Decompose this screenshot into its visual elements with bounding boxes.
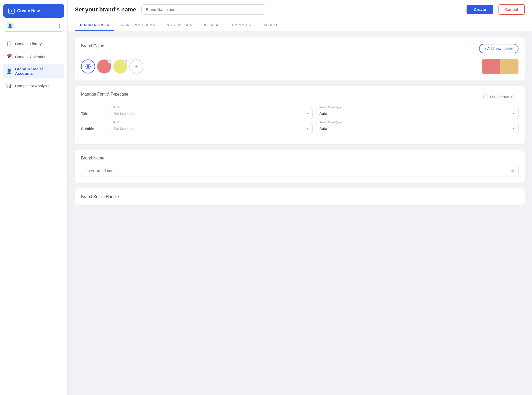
user-selector[interactable]: 👤 ▲▼ — [3, 20, 64, 32]
main-content: Set your brand's name Create Cancel BRAN… — [68, 0, 532, 395]
subtitle-case-select[interactable]: Auto — [316, 123, 518, 134]
font-typecase-title: Manage Font & Typecase — [81, 92, 128, 97]
brand-social-icon: 👤 — [6, 68, 12, 74]
sidebar-item-label: Content Library — [15, 42, 42, 46]
tab-brand-details[interactable]: BRAND DETAILS — [75, 19, 114, 31]
tabs-bar: BRAND DETAILS SOCIAL PLATFORMS INTEGRATI… — [68, 19, 532, 31]
title-font-label: Font — [112, 106, 120, 109]
font-row-subtitle: Subtitle Font Set brand font ▼ Select Ca… — [81, 123, 518, 134]
subtitle-case-label: Select Case Type — [318, 121, 343, 124]
font-typecase-card: Manage Font & Typecase Use Custom Font T… — [75, 86, 525, 144]
swatch-yellow-wrapper: ✕ — [113, 59, 127, 73]
sidebar-item-label: Content Calendar — [15, 55, 46, 59]
brand-handle-label: Brand Social Handle — [81, 195, 518, 199]
sidebar-item-content-calendar[interactable]: 📅 Content Calendar — [3, 51, 64, 62]
create-new-label: Create New — [17, 9, 40, 13]
brand-name-header-input[interactable] — [141, 4, 266, 15]
sidebar: + Create New 👤 ▲▼ 📋 Content Library 📅 Co… — [0, 0, 68, 395]
font-select-group-subtitle: Font Set brand font ▼ Select Case Type A… — [110, 123, 518, 134]
sidebar-item-label: Brand & Social Accounts — [15, 67, 61, 76]
title-font-select-wrapper: Font Set brand font ▼ — [110, 108, 312, 119]
swatch-selected[interactable] — [81, 59, 95, 73]
sidebar-item-content-library[interactable]: 📋 Content Library — [3, 38, 64, 49]
content-library-icon: 📋 — [6, 41, 12, 46]
font-row-title: Title Font Set brand font ▼ Select Case … — [81, 108, 518, 119]
create-button[interactable]: Create — [467, 5, 493, 14]
competitor-analysis-icon: 📊 — [6, 83, 12, 89]
cancel-button[interactable]: Cancel — [498, 4, 525, 15]
plus-icon: + — [8, 8, 15, 14]
subtitle-font-label: Font — [112, 121, 120, 124]
swatch-selected-inner — [86, 64, 90, 69]
sidebar-item-label: Competitor Analysis — [15, 84, 50, 88]
color-swatches: ✕ ✕ + — [81, 59, 143, 73]
tab-integrations[interactable]: INTEGRATIONS — [160, 19, 197, 31]
font-typecase-header: Manage Font & Typecase Use Custom Font — [81, 92, 518, 102]
tab-uploads[interactable]: UPLOADS — [197, 19, 225, 31]
brand-name-input[interactable] — [81, 165, 518, 177]
font-row-subtitle-label: Subtitle — [81, 126, 104, 131]
custom-font-label: Use Custom Font — [490, 95, 518, 99]
add-palette-button[interactable]: + Add new palette — [479, 44, 518, 53]
color-preview-yellow — [500, 59, 518, 74]
subtitle-font-select-wrapper: Font Set brand font ▼ — [110, 123, 312, 134]
custom-font-checkbox-label[interactable]: Use Custom Font — [483, 95, 518, 99]
brand-name-card: Brand Name ⊗ — [75, 150, 525, 183]
brand-colors-card: Brand Colors + Add new palette ✕ — [75, 37, 525, 81]
sidebar-divider — [3, 35, 64, 35]
font-row-title-label: Title — [81, 111, 104, 116]
page-title: Set your brand's name — [75, 6, 136, 13]
swatch-pink-wrapper: ✕ — [97, 59, 111, 73]
brand-name-field-wrapper: ⊗ — [81, 165, 518, 177]
swatch-add-button[interactable]: + — [129, 59, 143, 73]
swatch-yellow-remove[interactable]: ✕ — [124, 58, 128, 63]
color-preview — [482, 59, 518, 74]
tab-social-platforms[interactable]: SOCIAL PLATFORMS — [114, 19, 160, 31]
custom-font-checkbox[interactable] — [483, 95, 488, 99]
title-font-select[interactable]: Set brand font — [110, 108, 312, 119]
create-new-button[interactable]: + Create New — [3, 4, 64, 18]
title-case-select-wrapper: Select Case Type Auto ▼ — [316, 108, 518, 119]
top-bar: Set your brand's name Create Cancel — [68, 0, 532, 19]
brand-social-handle-card: Brand Social Handle — [75, 188, 525, 205]
tab-exports[interactable]: EXPORTS — [256, 19, 283, 31]
brand-name-section-label: Brand Name — [81, 156, 518, 160]
color-preview-pink — [482, 59, 500, 74]
sidebar-item-brand-social[interactable]: 👤 Brand & Social Accounts — [3, 64, 64, 78]
title-case-label: Select Case Type — [318, 106, 343, 109]
tab-templates[interactable]: TEMPLATES — [225, 19, 256, 31]
font-select-group-title: Font Set brand font ▼ Select Case Type A… — [110, 108, 518, 119]
content-area: Brand Colors + Add new palette ✕ — [68, 31, 532, 395]
user-icon: 👤 — [6, 22, 14, 29]
subtitle-case-select-wrapper: Select Case Type Auto ▼ — [316, 123, 518, 134]
brand-colors-header: Brand Colors + Add new palette — [81, 44, 518, 53]
brand-colors-title: Brand Colors — [81, 44, 105, 48]
title-case-select[interactable]: Auto — [316, 108, 518, 119]
swatch-pink-remove[interactable]: ✕ — [108, 58, 112, 63]
chevrons-icon: ▲▼ — [58, 23, 61, 28]
clear-icon[interactable]: ⊗ — [511, 168, 515, 174]
subtitle-font-select[interactable]: Set brand font — [110, 123, 312, 134]
content-calendar-icon: 📅 — [6, 54, 12, 59]
sidebar-item-competitor-analysis[interactable]: 📊 Competitor Analysis — [3, 80, 64, 91]
